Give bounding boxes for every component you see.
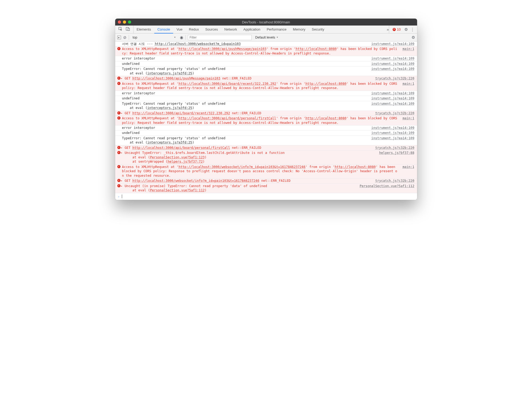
show-console-sidebar-button[interactable]: ▸	[117, 36, 121, 39]
message-link[interactable]: interceptors.js?a3fd:25	[147, 106, 192, 110]
console-message[interactable]: undefinedinstrument.js?ea14:109	[115, 61, 417, 66]
console-message[interactable]: Access to XMLHttpRequest at 'http://loca…	[115, 81, 417, 91]
traffic-lights	[118, 20, 131, 24]
source-link[interactable]: PersonalSection.vue?5af1:112	[354, 184, 414, 193]
tab-sources[interactable]: Sources	[202, 26, 221, 33]
more-menu-icon[interactable]: ⋮	[410, 27, 414, 32]
more-tabs-icon[interactable]: »	[387, 27, 389, 32]
console-message[interactable]: 서버 연결 시도 --- http://localhost:3000/webso…	[115, 41, 417, 46]
tab-redux[interactable]: Redux	[186, 26, 202, 33]
minimize-window-button[interactable]	[123, 20, 126, 24]
message-link[interactable]: http://localhost:3000/websocket/info?m_i…	[132, 179, 259, 183]
tab-performance[interactable]: Performance	[264, 26, 290, 33]
message-link[interactable]: http://localhost:3000/api/pushMessage/pa…	[132, 77, 220, 80]
log-levels-selector[interactable]: Default levels ▼	[254, 36, 279, 39]
message-link[interactable]: http://localhost:8080	[305, 82, 346, 86]
text-caret	[122, 195, 122, 198]
source-link[interactable]: instrument.js?ea14:109	[366, 102, 414, 110]
tab-console[interactable]: Console	[154, 26, 173, 33]
console-settings-icon[interactable]: ⚙	[412, 35, 415, 40]
console-message[interactable]: Uncaught TypeError: _this.$refs.boardIte…	[115, 150, 417, 164]
tab-vue[interactable]: Vue	[173, 26, 186, 33]
message-link[interactable]: http://localhost:8080	[305, 116, 346, 120]
console-message[interactable]: undefinedinstrument.js?ea14:109	[115, 130, 417, 135]
console-message[interactable]: TypeError: Cannot read property 'status'…	[115, 101, 417, 111]
context-selector[interactable]: top ▼	[131, 36, 178, 39]
source-link[interactable]: main:1	[397, 165, 414, 178]
source-link[interactable]: trycatch.js?c32b:220	[370, 111, 414, 115]
message-link[interactable]: http://localhost:8080	[335, 165, 376, 169]
console-message[interactable]: Access to XMLHttpRequest at 'http://loca…	[115, 164, 417, 178]
message-link[interactable]: http://localhost:3000/api/pushMessage/pa…	[178, 47, 266, 51]
message-link[interactable]: http://localhost:3000/api/board/recent/3…	[132, 111, 230, 115]
message-link[interactable]: http://localhost:3000/websocket/info?m_i…	[178, 165, 305, 169]
message-link[interactable]: interceptors.js?a3fd:25	[147, 71, 192, 75]
console-prompt[interactable]: ›	[115, 193, 417, 200]
source-link[interactable]: trycatch.js?c32b:220	[370, 76, 414, 81]
source-link[interactable]: instrument.js?ea14:109	[366, 56, 414, 61]
source-link[interactable]: instrument.js?ea14:109	[366, 42, 414, 46]
console-message[interactable]: GET http://localhost:3000/api/board/pers…	[115, 145, 417, 150]
inspect-element-icon[interactable]	[118, 27, 123, 32]
clear-console-button[interactable]: ⊘	[123, 35, 127, 40]
error-count-badge[interactable]: ✕ 10	[392, 27, 401, 31]
message-text: GET http://localhost:3000/api/board/rece…	[125, 111, 370, 115]
message-text: undefined	[122, 62, 366, 66]
message-link[interactable]: http://localhost:3000/websocket?m_id=pai…	[155, 42, 241, 46]
message-link[interactable]: http://localhost:8080	[296, 47, 337, 51]
message-link[interactable]: helpers.js?bf37:72	[168, 160, 203, 163]
console-message[interactable]: Uncaught (in promise) TypeError: Cannot …	[115, 183, 417, 193]
source-link[interactable]: instrument.js?ea14:109	[366, 131, 414, 135]
console-message[interactable]: error interceptorinstrument.js?ea14:109	[115, 91, 417, 96]
message-link[interactable]: PersonalSection.vue?5af1:112	[150, 188, 205, 192]
filter-input[interactable]	[188, 35, 252, 40]
error-icon: ✕	[393, 28, 396, 31]
source-link[interactable]: instrument.js?ea14:109	[366, 126, 414, 130]
console-message[interactable]: GET http://localhost:3000/websocket/info…	[115, 178, 417, 183]
message-text: GET http://localhost:3000/api/pushMessag…	[125, 76, 370, 81]
console-message[interactable]: GET http://localhost:3000/api/board/rece…	[115, 111, 417, 116]
source-link[interactable]: instrument.js?ea14:109	[366, 62, 414, 66]
settings-icon[interactable]: ⚙	[404, 27, 408, 32]
live-expression-button[interactable]: ◉	[180, 35, 183, 40]
source-link[interactable]: trycatch.js?c32b:220	[370, 146, 414, 150]
source-link[interactable]: helpers.js?bf37:88	[374, 151, 414, 164]
console-message[interactable]: error interceptorinstrument.js?ea14:109	[115, 125, 417, 130]
console-message[interactable]: TypeError: Cannot read property 'status'…	[115, 136, 417, 145]
message-text: GET http://localhost:3000/api/board/pers…	[125, 146, 370, 150]
message-link[interactable]: http://localhost:3000/api/board/personal…	[178, 116, 276, 120]
device-toolbar-icon[interactable]	[126, 27, 130, 32]
console-message[interactable]: Access to XMLHttpRequest at 'http://loca…	[115, 46, 417, 56]
message-link[interactable]: http://localhost:3000/api/board/recent/3…	[178, 82, 276, 86]
close-window-button[interactable]	[118, 20, 121, 24]
console-message[interactable]: TypeError: Cannot read property 'status'…	[115, 66, 417, 76]
message-text: TypeError: Cannot read property 'status'…	[122, 102, 366, 110]
source-link[interactable]: trycatch.js?c32b:220	[370, 179, 414, 183]
tab-memory[interactable]: Memory	[290, 26, 309, 33]
message-text: error interceptor	[122, 56, 366, 61]
source-link[interactable]: instrument.js?ea14:109	[366, 67, 414, 75]
tab-elements[interactable]: Elements	[134, 26, 154, 33]
console-message[interactable]: Access to XMLHttpRequest at 'http://loca…	[115, 116, 417, 125]
tab-network[interactable]: Network	[221, 26, 240, 33]
devtools-window: DevTools - localhost:8080/main ElementsC…	[115, 19, 417, 200]
message-link[interactable]: PersonalSection.vue?5af1:123	[150, 155, 205, 159]
source-link[interactable]: main:1	[397, 116, 414, 125]
source-link[interactable]: main:1	[397, 47, 414, 56]
message-text: Access to XMLHttpRequest at 'http://loca…	[122, 47, 397, 56]
maximize-window-button[interactable]	[128, 20, 131, 24]
console-message[interactable]: error interceptorinstrument.js?ea14:109	[115, 56, 417, 61]
console-message[interactable]: undefinedinstrument.js?ea14:109	[115, 96, 417, 101]
console-message[interactable]: GET http://localhost:3000/api/pushMessag…	[115, 76, 417, 81]
message-link[interactable]: interceptors.js?a3fd:25	[147, 141, 192, 144]
tab-security[interactable]: Security	[309, 26, 327, 33]
source-link[interactable]: instrument.js?ea14:109	[366, 91, 414, 95]
source-link[interactable]: instrument.js?ea14:109	[366, 136, 414, 145]
svg-rect-2	[128, 28, 130, 31]
console-output[interactable]: 서버 연결 시도 --- http://localhost:3000/webso…	[115, 41, 417, 200]
source-link[interactable]: main:1	[397, 82, 414, 90]
message-link[interactable]: http://localhost:3000/api/board/personal…	[132, 146, 230, 150]
tab-application[interactable]: Application	[240, 26, 264, 33]
message-text: Uncaught (in promise) TypeError: Cannot …	[125, 184, 355, 193]
source-link[interactable]: instrument.js?ea14:109	[366, 96, 414, 100]
